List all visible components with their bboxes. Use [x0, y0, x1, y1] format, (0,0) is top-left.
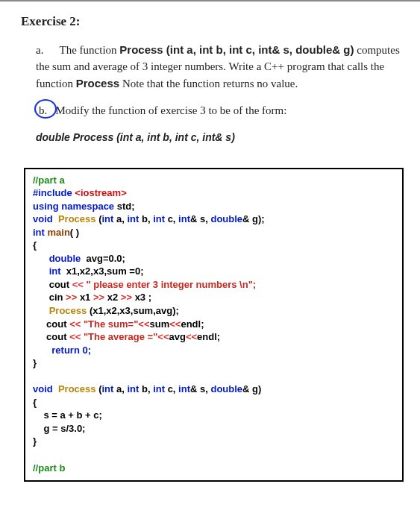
t: cout [33, 331, 69, 342]
t: << [69, 318, 84, 330]
t: cin [33, 292, 66, 303]
t: x3 ; [135, 292, 151, 303]
t: Process [58, 213, 98, 224]
label-b: b. [39, 104, 47, 116]
t: "The average =" [84, 331, 157, 342]
t: double [210, 383, 242, 394]
t: } [33, 356, 395, 370]
t: endl; [181, 318, 204, 330]
t: { [33, 396, 395, 409]
t: return 0; [33, 344, 395, 357]
label-a: a. [36, 42, 57, 59]
t: " please enter 3 integer numbers \n"; [87, 279, 257, 290]
t: int [102, 383, 117, 394]
code-comment: //part a [33, 174, 65, 186]
t: void [33, 213, 58, 224]
t: int [153, 213, 168, 224]
t: int [33, 227, 48, 238]
t: int [178, 213, 190, 224]
t: endl; [197, 331, 220, 342]
t: } [33, 435, 395, 448]
t: x1,x2,x3,sum =0; [66, 265, 144, 277]
t: int [153, 383, 168, 394]
t: << [138, 318, 149, 330]
t: >> [66, 292, 80, 303]
t: int [33, 265, 66, 277]
t: "The sum=" [84, 318, 138, 330]
para-a-body2: Note that the function returns no value. [119, 78, 298, 89]
t [33, 448, 395, 462]
t: x1 [80, 292, 93, 303]
t: sum [149, 318, 169, 330]
t: int [102, 213, 117, 224]
t: avg [169, 331, 186, 342]
code-using: using namespace [33, 201, 117, 212]
t: int [127, 383, 142, 394]
code-iostream: <iostream> [75, 187, 126, 198]
t: b, [142, 213, 153, 224]
t: Process [58, 383, 98, 394]
t: a, [116, 383, 127, 394]
para-a-lead: The function [59, 44, 119, 56]
t: int [127, 213, 142, 224]
part-b-row: b. Modify the function of exercise 3 to … [21, 102, 407, 119]
t: g = s/3.0; [33, 422, 395, 435]
page-content: Exercise 2: a. The function Process (int… [0, 1, 420, 489]
t: cout [33, 279, 72, 290]
t: Process [33, 305, 90, 316]
t: & g); [242, 213, 265, 224]
part-a-paragraph: a. The function Process (int a, int b, i… [21, 42, 407, 92]
t: double [33, 253, 87, 264]
t: void [33, 383, 58, 394]
code-block: //part a #include <iostream> using names… [24, 168, 404, 482]
t: << [169, 318, 181, 330]
t: ( ) [70, 227, 79, 238]
t: (x1,x2,x3,sum,avg); [90, 305, 179, 316]
t: c, [168, 383, 178, 394]
code-partb-comment: //part b [33, 462, 395, 475]
t: a, [116, 213, 127, 224]
t: b, [142, 383, 153, 394]
exercise-title: Exercise 2: [21, 12, 407, 31]
t: cout [33, 318, 69, 330]
t: s = a + b + c; [33, 409, 395, 422]
t: << [186, 331, 197, 342]
t: main [48, 227, 70, 238]
t: & g) [242, 383, 261, 394]
t: avg=0.0; [87, 253, 125, 264]
t: << [157, 331, 169, 342]
t: << [72, 279, 87, 290]
t: & s, [190, 383, 210, 394]
t: { [33, 239, 395, 252]
t: >> [93, 292, 107, 303]
code-include: #include [33, 187, 75, 198]
t: >> [121, 292, 135, 303]
t: int [178, 383, 190, 394]
signature-line: double Process (int a, int b, int c, int… [21, 130, 407, 145]
para-a-sig: Process (int a, int b, int c, int& s, do… [119, 43, 354, 56]
t: << [69, 331, 84, 342]
t [33, 370, 395, 383]
t: & s, [190, 213, 210, 224]
t: x2 [107, 292, 121, 303]
para-a-proc: Process [76, 77, 119, 89]
t: double [210, 213, 242, 224]
t: c, [168, 213, 178, 224]
part-b-text: Modify the function of exercise 3 to be … [56, 104, 287, 116]
code-std: std; [117, 201, 135, 212]
